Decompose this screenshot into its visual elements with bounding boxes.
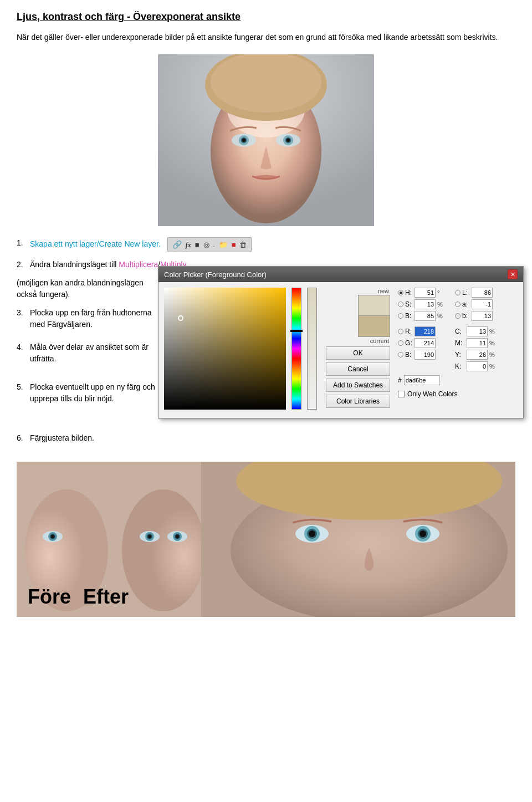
- step-3-row: 3. Plocka upp en färg från hudtonerna me…: [17, 307, 161, 330]
- page-title: Ljus, kontrast och färg - Överexponerat …: [17, 11, 515, 23]
- k-label: K:: [455, 362, 465, 370]
- b2-input[interactable]: [415, 350, 436, 360]
- step-3-number: 3.: [17, 307, 28, 319]
- trash-icon[interactable]: 🗑: [239, 239, 247, 251]
- step-1-number: 1.: [17, 237, 28, 249]
- step-4-row: 4. Måla över delar av ansiktet som är ut…: [17, 341, 161, 365]
- current-label: current: [370, 338, 390, 344]
- color-picker-cursor[interactable]: [178, 315, 183, 321]
- y-unit: %: [489, 351, 496, 358]
- hex-row: #: [398, 375, 518, 385]
- link-icon[interactable]: 🔗: [172, 239, 182, 251]
- b-radio[interactable]: [398, 313, 403, 319]
- b2-label: B:: [405, 351, 413, 359]
- step-5-text: Plocka eventuellt upp en ny färg och upp…: [30, 381, 161, 405]
- current-color-swatch: [358, 316, 390, 337]
- b2-row: B:: [398, 350, 444, 360]
- m-row: M: %: [455, 338, 496, 348]
- dialog-title: Color Picker (Foreground Color): [164, 270, 267, 279]
- hue-slider[interactable]: [291, 288, 301, 410]
- step-5-row: 5. Plocka eventuellt upp en ny färg och …: [17, 381, 161, 405]
- l-label: L:: [462, 289, 470, 297]
- b-input[interactable]: [415, 311, 436, 321]
- step-3-text: Plocka upp en färg från hudtonerna med F…: [30, 307, 161, 330]
- intro-paragraph: När det gäller över- eller underexponera…: [17, 32, 515, 43]
- c-input[interactable]: [467, 326, 488, 336]
- g-radio[interactable]: [398, 340, 403, 346]
- step-2-link1[interactable]: Multiplicera: [119, 260, 158, 269]
- y-row: Y: %: [455, 350, 496, 360]
- svg-point-9: [242, 139, 245, 142]
- dot-icon[interactable]: .: [213, 240, 215, 249]
- c-row: C: %: [455, 326, 496, 336]
- before-after-middle-label: Efter: [83, 585, 129, 609]
- blab-radio[interactable]: [455, 313, 461, 319]
- h-radio[interactable]: [398, 290, 403, 295]
- before-image: Före Efter: [17, 462, 201, 617]
- step-4-number: 4.: [17, 341, 28, 353]
- r-radio[interactable]: [398, 329, 403, 334]
- circle-icon[interactable]: ◎: [203, 239, 209, 251]
- step-5-number: 5.: [17, 381, 28, 393]
- r-input[interactable]: [415, 326, 436, 336]
- y-input[interactable]: [467, 350, 488, 360]
- b2-radio[interactable]: [398, 352, 403, 357]
- l-row: L:: [455, 288, 496, 298]
- m-input[interactable]: [467, 338, 488, 348]
- color-libraries-button[interactable]: Color Libraries: [326, 395, 390, 408]
- c-unit: %: [489, 328, 496, 335]
- step-6-row: 6. Färgjustera bilden.: [17, 432, 161, 444]
- step-1-link[interactable]: Skapa ett nytt lager/Create New layer.: [30, 239, 161, 248]
- cancel-button[interactable]: Cancel: [326, 362, 390, 376]
- step-1-text: Skapa ett nytt lager/Create New layer. 🔗…: [30, 237, 515, 252]
- k-unit: %: [489, 363, 496, 370]
- red-square-icon[interactable]: ■: [232, 239, 236, 251]
- face-photo: [158, 54, 374, 226]
- after-image: [201, 462, 515, 617]
- l-radio[interactable]: [455, 290, 461, 295]
- fx-icon[interactable]: fx: [186, 240, 191, 250]
- blab-row: b:: [455, 311, 496, 321]
- dialog-body: new current OK Cancel Add to Swatches Co…: [158, 282, 523, 418]
- hex-input[interactable]: [404, 375, 440, 385]
- k-input[interactable]: [467, 361, 488, 371]
- s-unit: %: [437, 301, 444, 308]
- svg-point-10: [287, 139, 290, 142]
- g-input[interactable]: [415, 338, 436, 348]
- r-label: R:: [405, 328, 413, 335]
- new-color-swatch: [358, 295, 390, 316]
- main-content-area: (möjligen kan andra blandningslägen ocks…: [17, 277, 515, 451]
- s-label: S:: [405, 300, 413, 308]
- alpha-slider[interactable]: [307, 288, 317, 410]
- h-input[interactable]: [415, 288, 436, 298]
- step-6-text: Färgjustera bilden.: [30, 432, 161, 444]
- a-label: a:: [462, 300, 470, 308]
- step-1-row: 1. Skapa ett nytt lager/Create New layer…: [17, 237, 515, 252]
- before-label: Före: [28, 585, 71, 609]
- a-radio[interactable]: [455, 302, 461, 307]
- dialog-close-button[interactable]: ✕: [508, 269, 518, 279]
- svg-point-33: [309, 530, 315, 537]
- svg-point-27: [176, 535, 179, 538]
- gradient-inner[interactable]: [164, 288, 286, 410]
- svg-point-23: [148, 535, 151, 538]
- dialog-titlebar: Color Picker (Foreground Color) ✕: [158, 267, 523, 282]
- a-row: a:: [455, 299, 496, 309]
- ok-button[interactable]: OK: [326, 346, 390, 360]
- color-gradient-picker[interactable]: [164, 288, 286, 410]
- square-icon[interactable]: ■: [195, 239, 200, 251]
- a-input[interactable]: [472, 299, 493, 309]
- folder-icon[interactable]: 📁: [219, 239, 228, 251]
- c-label: C:: [455, 328, 465, 335]
- only-web-checkbox[interactable]: [398, 391, 405, 397]
- blab-input[interactable]: [472, 311, 493, 321]
- new-label: new: [378, 288, 390, 294]
- color-preview-column: new current OK Cancel Add to Swatches Co…: [326, 288, 390, 412]
- add-to-swatches-button[interactable]: Add to Swatches: [326, 379, 390, 392]
- m-label: M:: [455, 339, 465, 347]
- s-input[interactable]: [415, 299, 436, 309]
- l-input[interactable]: [472, 288, 493, 298]
- s-radio[interactable]: [398, 302, 403, 307]
- r-row: R:: [398, 326, 444, 336]
- svg-point-19: [51, 535, 54, 538]
